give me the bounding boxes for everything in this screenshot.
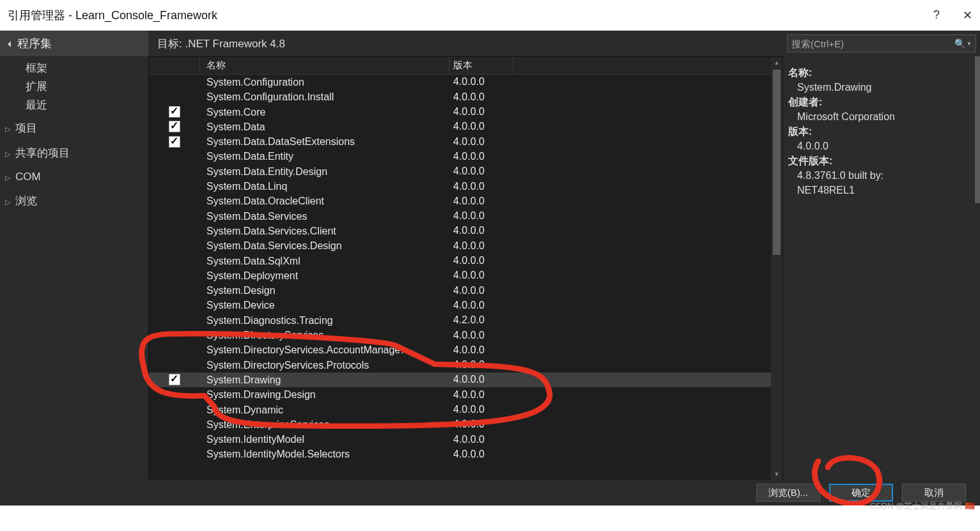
expander-icon — [8, 37, 12, 50]
row-name: System.Core — [200, 105, 449, 119]
row-checkbox[interactable] — [169, 136, 180, 148]
column-spacer — [513, 57, 782, 74]
table-row[interactable]: System.Dynamic4.0.0.0 — [149, 402, 782, 417]
category-assemblies[interactable]: 程序集 — [0, 31, 148, 56]
search-input[interactable] — [791, 38, 952, 49]
row-checkbox[interactable] — [169, 106, 180, 118]
titlebar: 引用管理器 - Learn_Console_Framework ? ✕ — [0, 0, 980, 31]
table-row[interactable]: System.Configuration4.0.0.0 — [149, 75, 782, 89]
row-name: System.DirectoryServices — [200, 328, 449, 342]
detail-filever-label: 文件版本: — [788, 153, 975, 168]
sidebar-item-framework[interactable]: 框架 — [0, 59, 148, 77]
row-name: System.Device — [200, 298, 449, 312]
chevron-right-icon — [5, 171, 15, 183]
row-checkbox-cell[interactable] — [149, 136, 200, 148]
table-row[interactable]: System.Design4.0.0.0 — [149, 283, 782, 298]
grid-body[interactable]: System.Configuration4.0.0.0System.Config… — [149, 75, 782, 480]
ok-button[interactable]: 确定 — [829, 484, 893, 502]
row-name: System.Drawing.Design — [200, 387, 449, 402]
row-version: 4.0.0.0 — [449, 106, 513, 118]
table-row[interactable]: System.Data.Entity4.0.0.0 — [149, 149, 782, 164]
row-version: 4.0.0.0 — [449, 330, 513, 341]
table-row[interactable]: System.Data.Services4.0.0.0 — [149, 209, 782, 224]
sidebar-item-recent[interactable]: 最近 — [0, 96, 148, 114]
sidebar-label: 浏览 — [15, 194, 37, 208]
row-version: 4.0.0.0 — [449, 225, 513, 236]
table-row[interactable]: System.Drawing.Design4.0.0.0 — [149, 387, 782, 402]
search-box[interactable]: 🔍 ▼ — [787, 35, 976, 52]
detail-author-label: 创建者: — [788, 95, 975, 109]
table-row[interactable]: System.DirectoryServices.AccountManage…4… — [149, 342, 782, 357]
column-name[interactable]: 名称 — [200, 57, 449, 74]
scroll-thumb[interactable] — [773, 70, 781, 255]
close-button[interactable]: ✕ — [963, 8, 972, 22]
row-version: 4.0.0.0 — [449, 151, 513, 162]
row-version: 4.0.0.0 — [449, 344, 513, 356]
row-version: 4.2.0.0 — [449, 314, 513, 326]
row-name: System.Data.Services — [200, 209, 449, 224]
row-version: 4.0.0.0 — [449, 76, 513, 88]
column-version[interactable]: 版本 — [449, 57, 513, 74]
table-row[interactable]: System.Data.Services.Client4.0.0.0 — [149, 224, 782, 238]
scrollbar-vertical[interactable]: ▲ ▼ — [771, 57, 782, 480]
browse-button[interactable]: 浏览(B)... — [756, 484, 820, 502]
table-row[interactable]: System.Configuration.Install4.0.0.0 — [149, 89, 782, 104]
scroll-down-icon[interactable]: ▼ — [771, 468, 782, 480]
table-row[interactable]: System.Data.OracleClient4.0.0.0 — [149, 194, 782, 208]
dialog-topbar: 程序集 目标: .NET Framework 4.8 🔍 ▼ — [0, 31, 980, 56]
row-name: System.Deployment — [200, 268, 449, 283]
sidebar-section-com[interactable]: COM — [0, 164, 148, 187]
table-row[interactable]: System.Data.SqlXml4.0.0.0 — [149, 253, 782, 268]
row-name: System.Data — [200, 119, 449, 134]
table-row[interactable]: System.IdentityModel4.0.0.0 — [149, 432, 782, 447]
chevron-right-icon — [5, 147, 15, 160]
chevron-down-icon[interactable]: ▼ — [967, 41, 972, 47]
table-row[interactable]: System.DirectoryServices.Protocols4.0.0.… — [149, 357, 782, 372]
row-name: System.DirectoryServices.AccountManage… — [200, 342, 449, 357]
row-name: System.Design — [200, 283, 449, 298]
row-name: System.Data.Entity — [200, 149, 449, 164]
table-row[interactable]: System.Data4.0.0.0 — [149, 119, 782, 134]
row-checkbox[interactable] — [169, 121, 180, 132]
row-version: 4.0.0.0 — [449, 449, 513, 460]
sidebar-item-extensions[interactable]: 扩展 — [0, 77, 148, 96]
sidebar-section-browse[interactable]: 浏览 — [0, 187, 148, 212]
row-name: System.Configuration.Install — [200, 89, 449, 104]
row-version: 4.0.0.0 — [449, 359, 513, 371]
row-name: System.Drawing — [200, 373, 449, 387]
detail-filever-value1: 4.8.3761.0 built by: — [788, 168, 975, 183]
table-row[interactable]: System.IdentityModel.Selectors4.0.0.0 — [149, 447, 782, 461]
table-row[interactable]: System.Diagnostics.Tracing4.2.0.0 — [149, 313, 782, 328]
row-version: 4.0.0.0 — [449, 374, 513, 385]
details-scroll-thumb[interactable] — [975, 56, 980, 203]
row-checkbox-cell[interactable] — [149, 374, 200, 385]
chevron-right-icon — [5, 195, 15, 208]
assembly-grid: 名称 版本 System.Configuration4.0.0.0System.… — [148, 56, 783, 480]
table-row[interactable]: System.DirectoryServices4.0.0.0 — [149, 328, 782, 342]
table-row[interactable]: System.Core4.0.0.0 — [149, 104, 782, 119]
row-checkbox-cell[interactable] — [149, 106, 200, 118]
row-checkbox[interactable] — [169, 374, 180, 385]
column-checkbox[interactable] — [149, 57, 200, 74]
row-checkbox-cell[interactable] — [149, 121, 200, 132]
scroll-up-icon[interactable]: ▲ — [771, 57, 782, 68]
row-name: System.Data.Services.Design — [200, 238, 449, 253]
row-version: 4.0.0.0 — [449, 196, 513, 207]
row-name: System.EnterpriseServices — [200, 417, 449, 432]
table-row[interactable]: System.Drawing4.0.0.0 — [149, 373, 782, 387]
table-row[interactable]: System.Deployment4.0.0.0 — [149, 268, 782, 283]
sidebar-section-projects[interactable]: 项目 — [0, 114, 148, 139]
table-row[interactable]: System.Data.DataSetExtensions4.0.0.0 — [149, 134, 782, 149]
sidebar-section-shared[interactable]: 共享的项目 — [0, 139, 148, 164]
cancel-button[interactable]: 取消 — [902, 484, 966, 502]
detail-version-label: 版本: — [788, 124, 975, 139]
table-row[interactable]: System.Device4.0.0.0 — [149, 298, 782, 312]
search-icon[interactable]: 🔍 — [954, 38, 965, 49]
table-row[interactable]: System.Data.Entity.Design4.0.0.0 — [149, 164, 782, 179]
row-version: 4.0.0.0 — [449, 300, 513, 311]
table-row[interactable]: System.Data.Linq4.0.0.0 — [149, 179, 782, 194]
help-button[interactable]: ? — [933, 8, 940, 22]
row-name: System.Diagnostics.Tracing — [200, 313, 449, 328]
table-row[interactable]: System.Data.Services.Design4.0.0.0 — [149, 238, 782, 253]
table-row[interactable]: System.EnterpriseServices4.0.0.0 — [149, 417, 782, 432]
